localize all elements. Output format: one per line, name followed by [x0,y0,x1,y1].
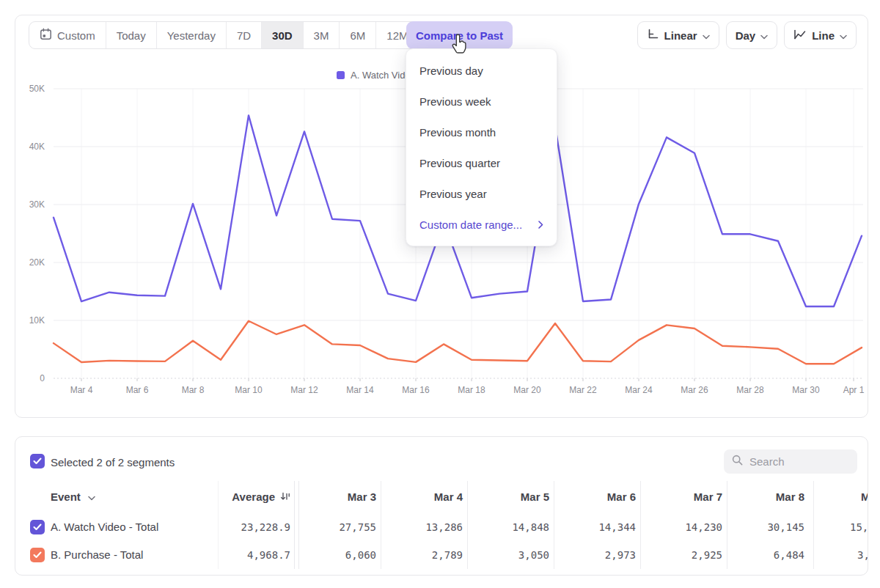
svg-text:Mar 22: Mar 22 [569,385,597,395]
selected-segments-text: Selected 2 of 2 segments [51,456,175,468]
svg-text:Mar 26: Mar 26 [681,385,708,395]
cell-value-clipped: 15, [850,520,868,534]
svg-text:Apr 1: Apr 1 [843,385,865,395]
column-header-average[interactable]: Average [232,490,290,504]
cell-value: 6,484 [774,548,804,562]
svg-text:Mar 6: Mar 6 [126,385,149,395]
cell-value: 14,344 [598,520,636,534]
column-header-mar-7: Mar 7 [694,490,722,504]
column-header-mar-4: Mar 4 [434,490,463,504]
search-input[interactable] [749,455,845,468]
segment-label[interactable]: A. Watch Video - Total [51,520,158,534]
chevron-right-icon [538,218,543,231]
cell-value: 3,050 [518,548,549,562]
svg-text:Mar 8: Mar 8 [182,385,205,395]
cell-value: 27,755 [339,520,376,534]
column-header-mar-8: Mar 8 [776,490,804,504]
chevron-down-icon [88,490,95,503]
svg-text:Mar 16: Mar 16 [402,385,430,395]
column-header-clipped: M [861,490,868,504]
event-header-label: Event [51,490,81,503]
cell-value: 4,968.7 [247,548,290,562]
segment-label[interactable]: B. Purchase - Total [51,548,143,562]
svg-text:10K: 10K [29,315,45,326]
svg-text:Mar 28: Mar 28 [736,385,764,395]
cell-value: 13,286 [425,520,463,534]
cell-value: 6,060 [345,548,376,562]
column-divider [298,481,299,569]
segments-panel: Selected 2 of 2 segments Event AverageMa… [15,436,868,576]
svg-text:0: 0 [40,373,45,383]
column-header-mar-3: Mar 3 [348,490,376,504]
select-all-checkbox[interactable] [30,454,45,468]
segment-checkbox[interactable] [30,520,45,534]
cell-value: 2,925 [692,548,722,562]
column-divider [554,481,554,569]
menu-item-previous-week[interactable]: Previous week [406,86,557,117]
svg-text:30K: 30K [29,199,45,210]
column-divider [727,481,727,569]
menu-item-previous-quarter[interactable]: Previous quarter [406,147,557,178]
svg-text:Mar 20: Mar 20 [513,385,541,395]
event-column-header[interactable]: Event [51,490,95,504]
svg-text:Mar 30: Mar 30 [792,385,820,395]
menu-item-previous-day[interactable]: Previous day [406,55,557,86]
svg-text:Mar 10: Mar 10 [235,385,263,395]
segment-checkbox[interactable] [30,548,45,562]
cell-value-clipped: 3, [857,548,868,562]
column-header-mar-5: Mar 5 [521,490,549,504]
svg-text:50K: 50K [29,84,45,94]
menu-item-previous-year[interactable]: Previous year [406,178,557,209]
column-divider [218,481,219,569]
column-divider [467,481,468,569]
column-divider [381,481,381,569]
cell-value: 23,228.9 [241,520,290,534]
svg-text:Mar 18: Mar 18 [458,385,485,395]
cell-value: 2,789 [432,548,463,562]
column-header-mar-6: Mar 6 [607,490,636,504]
search-icon [731,454,744,469]
svg-text:Mar 14: Mar 14 [346,385,374,395]
svg-text:Mar 4: Mar 4 [70,385,93,395]
svg-text:Mar 12: Mar 12 [290,385,318,395]
custom-date-range-label: Custom date range... [419,218,522,231]
menu-item-previous-month[interactable]: Previous month [406,117,557,147]
average-header-label: Average [232,490,275,503]
menu-item-custom-date-range[interactable]: Custom date range... [406,209,557,240]
analytics-dashboard: CustomTodayYesterday7D30D3M6M12M Compare… [0,0,880,588]
search-box[interactable] [724,449,857,474]
compare-to-past-menu: Previous dayPrevious weekPrevious monthP… [406,48,557,246]
cell-value: 2,973 [605,548,636,562]
column-divider [294,481,295,569]
legend-swatch [337,71,345,79]
svg-text:Mar 24: Mar 24 [625,385,653,395]
svg-text:40K: 40K [29,142,45,152]
sort-descending-icon [280,490,290,503]
column-divider [640,481,641,569]
column-divider [813,481,814,569]
cell-value: 14,848 [512,520,549,534]
cell-value: 30,145 [767,520,804,534]
svg-text:20K: 20K [29,257,45,268]
cell-value: 14,230 [685,520,722,534]
